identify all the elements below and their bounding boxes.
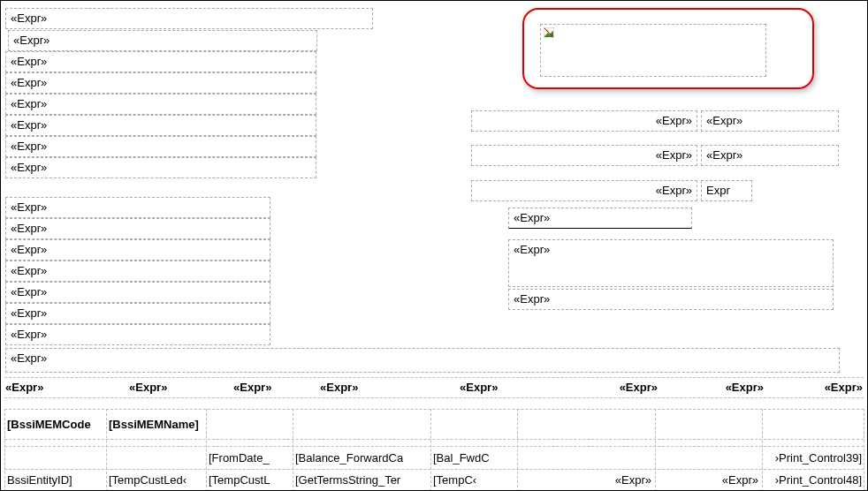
data-cell[interactable]: [GetTermsString_Ter: [295, 473, 400, 487]
column-header: «Expr»: [129, 381, 226, 394]
row-divider: [4, 469, 864, 470]
data-cell[interactable]: [TempCustL: [209, 473, 270, 487]
expr-cell[interactable]: «Expr»: [5, 136, 316, 157]
data-cell[interactable]: [BssiMEMCode: [7, 418, 91, 431]
expr-cell[interactable]: «Expr»: [5, 324, 270, 345]
expr-cell[interactable]: «Expr»: [5, 239, 270, 261]
expr-cell[interactable]: «Expr»: [508, 289, 834, 310]
col-divider: [293, 409, 293, 491]
expr-cell[interactable]: «Expr»: [5, 261, 270, 282]
expr-cell[interactable]: «Expr»: [5, 218, 270, 239]
data-cell[interactable]: BssiEntityID]: [7, 473, 72, 487]
row-divider: [4, 377, 864, 378]
data-cell[interactable]: [BssiMEMName]: [109, 418, 199, 431]
expr-cell[interactable]: «Expr»: [471, 145, 697, 166]
row-divider: [4, 397, 864, 398]
expr-cell[interactable]: «Expr»: [508, 208, 692, 229]
col-divider: [4, 409, 5, 491]
column-header: «Expr»: [460, 381, 557, 394]
expr-cell[interactable]: «Expr»: [8, 30, 317, 51]
col-divider: [106, 409, 107, 491]
data-cell[interactable]: «Expr»: [549, 473, 651, 487]
row-divider: [4, 409, 864, 410]
data-cell[interactable]: ›Print_Control39]: [762, 451, 862, 465]
expr-cell[interactable]: «Expr»: [5, 282, 270, 303]
col-divider: [517, 409, 518, 491]
expr-cell-multiline[interactable]: «Expr»: [508, 239, 834, 287]
col-divider: [864, 409, 864, 491]
expr-cell[interactable]: «Expr»: [701, 145, 839, 166]
data-cell[interactable]: [TempCustLed‹: [109, 473, 187, 487]
data-cell[interactable]: [FromDate_: [209, 451, 270, 465]
expr-cell[interactable]: «Expr»: [5, 94, 316, 115]
expr-cell[interactable]: «Expr»: [5, 115, 316, 136]
expr-cell[interactable]: «Expr»: [5, 72, 316, 94]
column-header: «Expr»: [5, 381, 103, 394]
data-cell[interactable]: [Balance_ForwardCa: [295, 451, 403, 465]
expr-cell[interactable]: «Expr»: [701, 110, 839, 132]
expr-cell-truncated[interactable]: Expr: [701, 180, 752, 201]
column-header: «Expr»: [779, 381, 863, 394]
expr-cell[interactable]: «Expr»: [5, 51, 316, 72]
expr-cell[interactable]: «Expr»: [471, 110, 697, 132]
row-divider: [4, 439, 864, 440]
data-cell[interactable]: «Expr»: [661, 473, 758, 487]
expr-cell[interactable]: «Expr»: [5, 197, 270, 218]
col-divider: [206, 409, 207, 491]
col-divider: [655, 409, 656, 491]
expr-cell[interactable]: «Expr»: [5, 348, 840, 373]
column-header: «Expr»: [320, 381, 417, 394]
image-placeholder[interactable]: [540, 24, 766, 77]
expr-cell[interactable]: «Expr»: [5, 157, 316, 178]
data-cell[interactable]: [Bal_FwdC: [433, 451, 490, 465]
data-cell[interactable]: [TempC‹: [433, 473, 476, 487]
col-divider: [430, 409, 431, 491]
data-cell[interactable]: ›Print_Control48]: [762, 473, 862, 487]
expr-cell[interactable]: «Expr»: [5, 303, 270, 324]
row-divider: [4, 446, 864, 447]
column-header: «Expr»: [552, 381, 658, 394]
column-header: «Expr»: [666, 381, 764, 394]
expr-cell[interactable]: «Expr»: [471, 180, 697, 201]
expr-cell[interactable]: «Expr»: [5, 8, 373, 29]
column-header: «Expr»: [233, 381, 331, 394]
broken-image-icon: [544, 27, 554, 38]
